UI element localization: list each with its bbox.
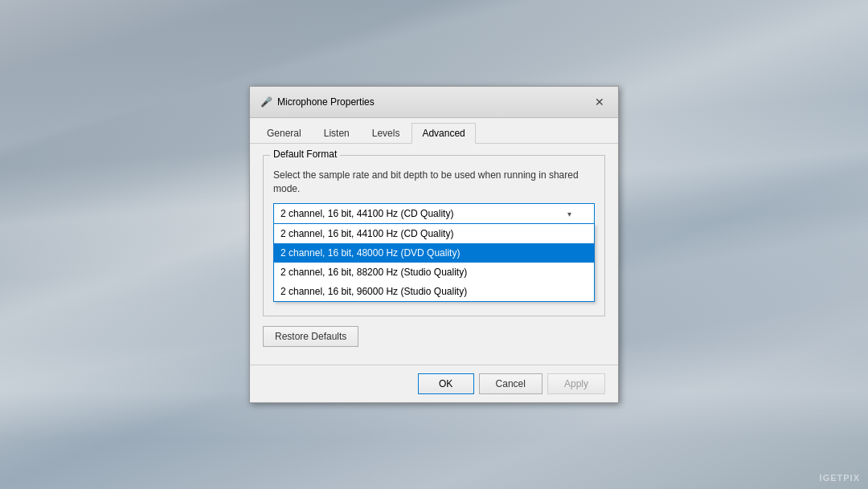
dropdown-selected-value: 2 channel, 16 bit, 44100 Hz (CD Quality)	[280, 208, 453, 219]
dropdown-list: 2 channel, 16 bit, 44100 Hz (CD Quality)…	[273, 224, 595, 302]
restore-defaults-button[interactable]: Restore Defaults	[263, 326, 358, 347]
dialog-title: Microphone Properties	[277, 96, 591, 108]
dropdown-item-1[interactable]: 2 channel, 16 bit, 48000 Hz (DVD Quality…	[274, 243, 594, 263]
tab-levels[interactable]: Levels	[362, 123, 411, 143]
dialog-body: Default Format Select the sample rate an…	[250, 144, 618, 365]
tab-listen[interactable]: Listen	[313, 123, 360, 143]
group-box-title: Default Format	[270, 149, 340, 160]
sample-rate-dropdown[interactable]: 2 channel, 16 bit, 44100 Hz (CD Quality)…	[273, 203, 595, 224]
default-format-group: Default Format Select the sample rate an…	[263, 155, 605, 317]
dialog-window: 🎤 Microphone Properties ✕ General Listen…	[249, 86, 619, 404]
ok-button[interactable]: OK	[418, 373, 474, 394]
cancel-button[interactable]: Cancel	[479, 373, 542, 394]
dropdown-item-3[interactable]: 2 channel, 16 bit, 96000 Hz (Studio Qual…	[274, 282, 594, 301]
title-bar: 🎤 Microphone Properties ✕	[250, 87, 618, 118]
dialog-footer: OK Cancel Apply	[250, 365, 618, 402]
apply-button[interactable]: Apply	[547, 373, 605, 394]
tab-advanced[interactable]: Advanced	[411, 123, 475, 144]
tab-general[interactable]: General	[256, 123, 312, 143]
watermark: IGETPIX	[820, 473, 860, 483]
sample-rate-dropdown-container: 2 channel, 16 bit, 44100 Hz (CD Quality)…	[273, 203, 595, 224]
dropdown-arrow-icon: ▾	[567, 210, 571, 218]
group-description: Select the sample rate and bit depth to …	[273, 169, 595, 196]
microphone-icon: 🎤	[260, 96, 272, 108]
dropdown-item-0[interactable]: 2 channel, 16 bit, 44100 Hz (CD Quality)	[274, 224, 594, 243]
close-button[interactable]: ✕	[591, 93, 608, 111]
dropdown-item-2[interactable]: 2 channel, 16 bit, 88200 Hz (Studio Qual…	[274, 263, 594, 282]
tab-bar: General Listen Levels Advanced	[250, 118, 618, 144]
